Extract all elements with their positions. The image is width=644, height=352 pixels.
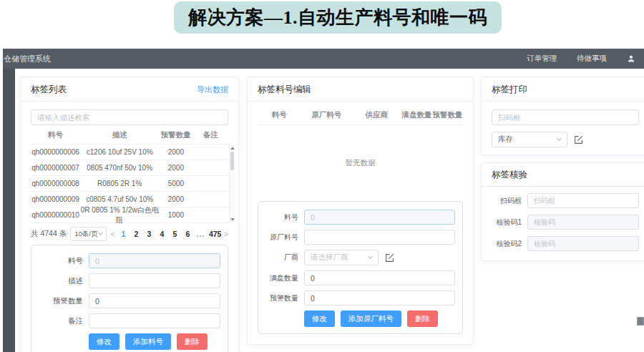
col-orig-part-no: 原厂料号 xyxy=(301,110,352,120)
page-ellipsis[interactable]: ... xyxy=(196,230,205,238)
cell-description: R0805 2R 1% xyxy=(80,180,159,187)
remark-field[interactable] xyxy=(89,313,220,328)
col-warn-qty: 预警数量 xyxy=(159,130,192,140)
warn-qty-label: 预警数量 xyxy=(39,296,83,306)
label-edit-title: 标签料号编辑 xyxy=(258,84,311,96)
warn-qty-field[interactable] xyxy=(89,293,220,308)
vendor-edit-icon[interactable] xyxy=(385,253,394,263)
export-data-link[interactable]: 导出数据 xyxy=(197,84,228,95)
delete-button[interactable]: 删除 xyxy=(407,311,438,327)
col-description: 描述 xyxy=(80,130,159,140)
table-scrollbar[interactable] xyxy=(229,145,235,223)
col-part-no: 料号 xyxy=(31,130,80,140)
verify-code2-field xyxy=(527,236,639,251)
cell-description: c0805 4.7uf 50v 10% xyxy=(80,195,159,203)
orig-part-no-field[interactable] xyxy=(304,230,455,245)
label-list-table-body: qh0000000006 c1206 10uf 25V 10% 2000 qh0… xyxy=(31,145,228,223)
label-form-box: 料号 描述 预警数量 备注 修改 添加料号 删除 xyxy=(31,245,228,352)
search-input[interactable] xyxy=(31,109,228,125)
window-scrollbar-thumb[interactable] xyxy=(637,317,644,326)
label-list-title: 标签列表 xyxy=(31,84,67,96)
scroll-up-arrow-icon[interactable] xyxy=(230,147,235,150)
cell-warn-qty: 2000 xyxy=(159,148,192,156)
description-label: 描述 xyxy=(39,276,83,286)
nav-todo-items[interactable]: 待做事项 xyxy=(577,54,607,64)
verify-scan-label: 扫码框 xyxy=(492,196,522,206)
col-supplier: 供应商 xyxy=(352,110,401,120)
page-size-select[interactable]: 10条/页 xyxy=(70,227,107,241)
verify-scan-input[interactable] xyxy=(527,193,639,208)
warn-qty-field[interactable] xyxy=(304,290,455,305)
page-size-value: 10条/页 xyxy=(74,230,97,239)
page-1[interactable]: 1 xyxy=(119,230,128,238)
orig-part-form-box: 料号 原厂料号 厂商 请选择厂商 满盘数量 xyxy=(258,201,463,334)
print-mode-value: 库存 xyxy=(498,135,513,145)
label-verify-card: 标签核验 扫码框 核验码1 核验码2 xyxy=(481,162,644,261)
page-2[interactable]: 2 xyxy=(132,230,141,238)
pagination: 共 4744 条 10条/页 < 1 2 3 4 5 6 ... 475 > xyxy=(31,227,228,241)
table-row[interactable]: qh0000000010 0R 0805 1% 1/2w白色电阻 1000 xyxy=(31,207,228,223)
page-475[interactable]: 475 xyxy=(209,230,220,238)
add-orig-part-no-button[interactable]: 添加原厂料号 xyxy=(341,311,401,327)
empty-data-text: 暂无数据 xyxy=(258,158,463,168)
cell-part-no: qh0000000006 xyxy=(31,148,80,156)
orig-part-no-label: 原厂料号 xyxy=(265,233,298,243)
print-mode-select[interactable]: 库存 xyxy=(492,132,567,147)
divider xyxy=(482,186,644,187)
vendor-select[interactable]: 请选择厂商 xyxy=(304,250,379,265)
app-topbar: 仓储管理系统 订单管理 待做事项 xyxy=(3,49,644,69)
vendor-select-placeholder: 请选择厂商 xyxy=(311,253,348,263)
chevron-down-icon xyxy=(557,136,562,141)
full-reel-qty-field[interactable] xyxy=(304,270,455,285)
page-5[interactable]: 5 xyxy=(170,230,180,238)
print-mode-edit-icon[interactable] xyxy=(574,135,583,145)
vendor-label: 厂商 xyxy=(265,253,298,263)
label-list-card: 标签列表 导出数据 料号 描述 预警数量 备注 qh0000000006 c12… xyxy=(20,77,239,352)
left-dark-strip xyxy=(3,69,15,352)
table-row[interactable]: qh0000000007 0805 470nf 50v 10% 2000 xyxy=(31,160,228,176)
divider xyxy=(21,101,238,102)
page-4[interactable]: 4 xyxy=(157,230,167,238)
verify-code2-label: 核验码2 xyxy=(492,239,522,249)
label-print-title: 标签打印 xyxy=(492,84,527,96)
chevron-down-icon xyxy=(368,254,373,259)
col-remark: 备注 xyxy=(192,130,228,140)
label-edit-table-header: 料号 原厂料号 供应商 满盘数量 预警数量 xyxy=(258,110,463,125)
modify-button[interactable]: 修改 xyxy=(304,311,335,327)
next-page-button[interactable]: > xyxy=(224,230,228,238)
page-6[interactable]: 6 xyxy=(183,230,192,238)
label-verify-title: 标签核验 xyxy=(492,169,527,181)
scrollbar-thumb[interactable] xyxy=(230,152,234,170)
table-row[interactable]: qh0000000008 R0805 2R 1% 5000 xyxy=(31,176,228,192)
label-print-card: 标签打印 库存 xyxy=(481,77,644,155)
slide-title: 解决方案—1.自动生产料号和唯一码 xyxy=(188,5,487,30)
page-3[interactable]: 3 xyxy=(145,230,154,238)
description-field[interactable] xyxy=(89,273,220,288)
screenshot-stage: 解决方案—1.自动生产料号和唯一码 仓储管理系统 订单管理 待做事项 标签列表 … xyxy=(0,0,644,352)
warn-qty-label: 预警数量 xyxy=(265,293,298,303)
nav-order-management[interactable]: 订单管理 xyxy=(527,54,557,64)
cell-part-no: qh0000000007 xyxy=(31,164,80,172)
col-warn-qty: 预警数量 xyxy=(432,110,463,120)
slide-title-banner: 解决方案—1.自动生产料号和唯一码 xyxy=(174,1,502,34)
delete-button[interactable]: 删除 xyxy=(177,333,208,350)
user-person-icon[interactable] xyxy=(627,54,635,63)
cell-part-no: qh0000000008 xyxy=(31,180,80,187)
part-no-field xyxy=(304,210,455,225)
verify-code1-field xyxy=(527,215,639,230)
print-scan-input[interactable] xyxy=(492,109,639,125)
add-part-no-button[interactable]: 添加料号 xyxy=(125,333,171,350)
modify-button[interactable]: 修改 xyxy=(89,333,119,350)
remark-label: 备注 xyxy=(39,316,83,326)
col-full-reel-qty: 满盘数量 xyxy=(401,110,432,120)
cell-warn-qty: 2000 xyxy=(159,164,192,172)
topbar-nav: 订单管理 待做事项 xyxy=(527,54,644,64)
app-brand: 仓储管理系统 xyxy=(4,54,51,64)
table-row[interactable]: qh0000000006 c1206 10uf 25V 10% 2000 xyxy=(31,145,228,160)
prev-page-button[interactable]: < xyxy=(110,230,114,238)
part-no-label: 料号 xyxy=(265,212,298,223)
label-list-table-header: 料号 描述 预警数量 备注 xyxy=(31,130,228,145)
scroll-down-arrow-icon[interactable] xyxy=(230,218,235,221)
cell-warn-qty: 2000 xyxy=(159,195,192,203)
col-part-no: 料号 xyxy=(258,110,301,120)
